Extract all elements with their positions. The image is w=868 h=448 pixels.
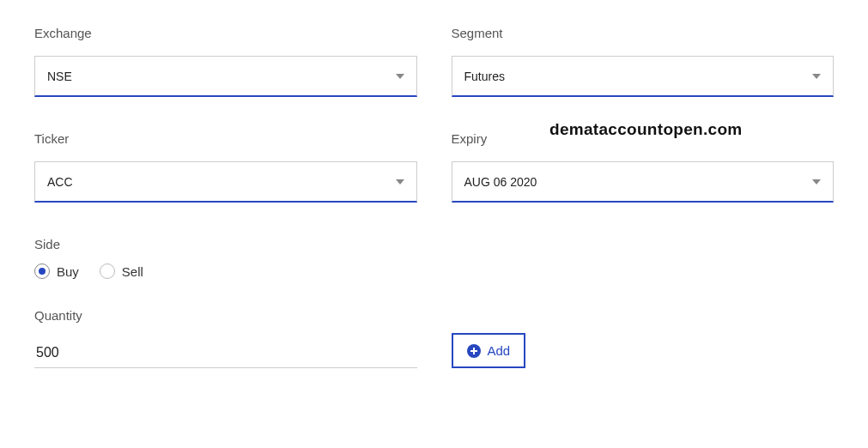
- exchange-field: Exchange NSE: [34, 26, 417, 97]
- exchange-label: Exchange: [34, 26, 417, 40]
- ticker-label: Ticker: [34, 131, 417, 146]
- svg-rect-2: [470, 350, 477, 352]
- chevron-down-icon: [812, 179, 821, 185]
- exchange-value: NSE: [47, 70, 72, 83]
- chevron-down-icon: [812, 74, 821, 79]
- segment-field: Segment Futures: [452, 26, 835, 97]
- segment-select[interactable]: Futures: [452, 56, 835, 97]
- add-button-label: Add: [488, 343, 511, 358]
- plus-circle-icon: [467, 344, 481, 358]
- quantity-label: Quantity: [34, 308, 417, 323]
- quantity-input[interactable]: [34, 338, 417, 368]
- side-radio-group: Buy Sell: [34, 263, 834, 279]
- segment-value: Futures: [464, 70, 505, 83]
- ticker-select[interactable]: ACC: [34, 161, 417, 203]
- add-button-container: Add: [452, 333, 835, 368]
- chevron-down-icon: [396, 74, 404, 79]
- expiry-value: AUG 06 2020: [464, 175, 537, 189]
- radio-icon: [100, 263, 115, 279]
- add-button[interactable]: Add: [452, 333, 526, 368]
- ticker-value: ACC: [47, 175, 73, 189]
- side-field: Side Buy Sell: [34, 237, 834, 279]
- radio-icon: [34, 263, 50, 279]
- quantity-field: Quantity: [34, 308, 417, 368]
- side-label: Side: [34, 237, 834, 251]
- side-sell-radio[interactable]: Sell: [100, 263, 143, 279]
- ticker-field: Ticker ACC: [34, 131, 417, 203]
- chevron-down-icon: [396, 179, 404, 185]
- segment-label: Segment: [452, 26, 835, 40]
- expiry-field: Expiry AUG 06 2020: [452, 131, 835, 203]
- side-buy-label: Buy: [57, 264, 79, 279]
- watermark-text: demataccountopen.com: [549, 120, 743, 139]
- side-sell-label: Sell: [122, 264, 143, 279]
- side-buy-radio[interactable]: Buy: [34, 263, 79, 279]
- expiry-select[interactable]: AUG 06 2020: [452, 161, 835, 203]
- exchange-select[interactable]: NSE: [34, 56, 417, 97]
